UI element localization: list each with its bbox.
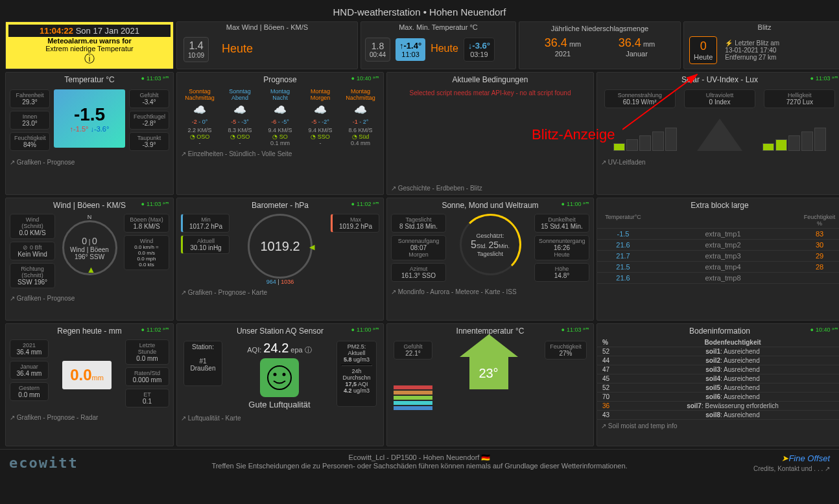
boden-title: Bodeninformation bbox=[597, 324, 839, 338]
soil-rows: 52soil1: Ausreichend44soil2: Ausreichend… bbox=[597, 347, 839, 420]
info-icon[interactable]: ⓘ bbox=[8, 52, 171, 66]
aktuelle-links[interactable]: Geschichte - Erdbeben - Blitz bbox=[398, 185, 482, 192]
sun-tl: Tageslicht bbox=[477, 251, 503, 257]
gust-v: 1.8 KM/S bbox=[128, 223, 165, 230]
feucht-lbl: Feuchtigkeit bbox=[14, 135, 45, 141]
wind-bft-v: Kein Wind bbox=[14, 251, 51, 258]
rraten-v: 0.000 mm bbox=[130, 376, 165, 384]
aq-durch: Durchschn bbox=[341, 374, 372, 381]
page-title: HND-weatherstation • Hohen Neuendorf bbox=[0, 0, 839, 21]
wind-dial-wl: Wind bbox=[70, 246, 85, 253]
boden-h2: Bodenfeuchtigkeit bbox=[628, 339, 837, 346]
annotation-arrow bbox=[622, 68, 707, 133]
link-icon: ↗ bbox=[10, 295, 15, 302]
link-icon: ↗ bbox=[601, 422, 606, 430]
regen-ts: 11:02 ᵃᵐ bbox=[141, 326, 169, 333]
wind-links[interactable]: Grafiken - Prognose bbox=[17, 295, 75, 302]
blitz-today: Heute bbox=[694, 53, 713, 61]
azimut-v: 161.3° SSO bbox=[396, 272, 442, 279]
regen-links[interactable]: Grafiken - Prognose - Radar bbox=[17, 414, 99, 421]
temp-card: Temperatur °C 11:03 ᵃᵐ Fahrenheit29.3° I… bbox=[5, 72, 174, 195]
temp-links[interactable]: Grafiken - Prognose bbox=[17, 159, 75, 166]
gefuehlt-v: -3.4° bbox=[134, 98, 165, 106]
baro-links[interactable]: Grafiken - Prognose - Karte bbox=[188, 289, 267, 296]
indoor-bars bbox=[394, 385, 432, 410]
extra-title: Extra block large bbox=[597, 198, 839, 212]
alarm-time: 11:04:22 bbox=[40, 26, 73, 36]
link-icon: ↗ bbox=[391, 185, 396, 192]
link-icon: ↗ bbox=[391, 288, 396, 295]
wind-dial-dir: 196° SSW bbox=[75, 253, 104, 260]
top-wind-card: Max Wind | Böeen - KM/S 1.410:09 Heute bbox=[176, 21, 358, 69]
temp-max: 1.8 bbox=[370, 41, 386, 51]
wind-bft-lbl: ⊘ 0 Bft bbox=[14, 244, 51, 251]
rgest-v: 0.0 mm bbox=[14, 391, 44, 398]
aqilbl: AQI bbox=[358, 381, 368, 387]
lux-bars bbox=[762, 119, 826, 151]
boden-ts: 10:40 ᵃᵐ bbox=[810, 326, 838, 333]
wind-dial-bl: Böeen bbox=[90, 246, 109, 253]
taupunkt-lbl: Taupunkt bbox=[134, 135, 165, 141]
top-temp-title: Max. Min. Temperatur °C bbox=[361, 23, 515, 31]
wind-n: N bbox=[58, 214, 121, 220]
tageslicht-lbl: Tageslicht bbox=[396, 216, 442, 223]
prognose-links[interactable]: Einzelheiten - Stündlich - Volle Seite bbox=[188, 150, 292, 157]
hell-v: 7270 Lux bbox=[768, 98, 831, 106]
aq-epa: epa bbox=[290, 346, 302, 354]
temp-max-time: 00:44 bbox=[370, 51, 386, 58]
blitz-last1: Letzter Blitz am bbox=[735, 40, 779, 47]
aq-links[interactable]: Luftqualität - Karte bbox=[188, 415, 241, 422]
extra-rows: -1.5extra_tmp18321.6extra_tmp23021.7extr… bbox=[597, 229, 839, 284]
alarm-date: Son 17 Jan 2021 bbox=[76, 26, 139, 36]
rain-display: 0.0mm bbox=[62, 361, 112, 389]
innen-feucht-v: 27% bbox=[549, 350, 582, 357]
baro-akt-v: 30.10 inHg bbox=[187, 244, 225, 251]
rain-big: 0.0 bbox=[70, 366, 91, 384]
hell-lbl: Helligkeit bbox=[768, 92, 831, 98]
innen-gef-lbl: Gefühlt bbox=[398, 343, 428, 350]
boden-links[interactable]: Soil moist and temp info bbox=[608, 422, 678, 430]
link-icon: ↗ bbox=[181, 150, 186, 157]
feuchtkugel-v: -2.8° bbox=[134, 120, 165, 127]
rain-unit2: mm bbox=[643, 40, 655, 48]
aq-ts: 11:00 ᵃᵐ bbox=[351, 326, 379, 333]
aktuelle-error: Selected script needs metar API-key - no… bbox=[387, 87, 593, 99]
sun-est: Geschätzt: bbox=[476, 233, 504, 239]
footer-links[interactable]: Credits, Kontakt und . . . ↗ bbox=[753, 465, 830, 472]
innen-v: 23.0° bbox=[14, 120, 45, 127]
aqi-v: 24.2 bbox=[263, 341, 289, 355]
bolt-icon: ⚡ bbox=[725, 40, 733, 47]
rain-y2: Januar bbox=[619, 50, 655, 58]
rjan-lbl: Januar bbox=[14, 363, 44, 370]
temp-hi-time: 11:03 bbox=[399, 51, 421, 58]
wind-max-time: 10:09 bbox=[188, 52, 204, 59]
house-icon: 23° bbox=[463, 347, 515, 393]
wind4-v: 0.0 km/h = 0.0 m/s 0.0 mph 0.0 kts bbox=[128, 244, 165, 268]
sonnenauf-lbl: Sonnenaufgang bbox=[396, 238, 442, 244]
aqi24: 17,5 bbox=[345, 381, 357, 387]
info-icon[interactable]: ⓘ bbox=[305, 346, 312, 354]
annotation-text: Blitz-Anzeige bbox=[532, 126, 615, 143]
footer: ecowitt Ecowitt_Lcl - DP1500 - Hohen Neu… bbox=[0, 449, 839, 474]
rain-year-v1: 36.4 bbox=[545, 36, 567, 49]
svg-point-3 bbox=[283, 373, 286, 376]
wind-dial-w: 0 bbox=[82, 236, 87, 246]
wind-richtung-v: SSW 196° bbox=[14, 279, 51, 286]
sun-card: Sonne, Mond und Weltraum 11:00 ᵃᵐ Tagesl… bbox=[386, 198, 594, 321]
blitz-count: 0 bbox=[694, 40, 713, 53]
taupunkt-v: -3.9° bbox=[134, 141, 165, 148]
baro-val: 1019.2 bbox=[260, 239, 300, 254]
boden-h1: % bbox=[602, 339, 628, 346]
footer-line1: Ecowitt_Lcl - DP1500 - Hohen Neuendorf bbox=[349, 453, 480, 461]
wind-schnitt-v: 0.0 KM/S bbox=[14, 229, 51, 236]
sun-m: 25 bbox=[488, 240, 499, 250]
sonnenunter-v: 16:26 bbox=[539, 244, 585, 251]
aq-quality: Gute Luftqualität bbox=[229, 400, 330, 409]
alarm-text1: Meteoalarm.eu warns for bbox=[47, 37, 132, 45]
link-icon: ↗ bbox=[181, 289, 186, 296]
solar-links[interactable]: UV-Leitfaden bbox=[608, 159, 646, 166]
extra-h2: Feuchtigkeit % bbox=[803, 214, 836, 227]
sun-h: 5 bbox=[471, 239, 477, 250]
sonnenauf-v: 08:07 bbox=[396, 244, 442, 251]
sun-links[interactable]: Mondinfo - Aurora - Meteore - Karte - IS… bbox=[398, 288, 517, 295]
